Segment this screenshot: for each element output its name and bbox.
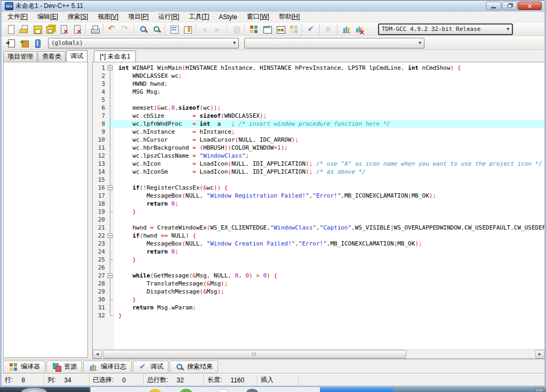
goto-line-button[interactable] [167,23,181,36]
code-line-5[interactable]: 5 [93,96,544,104]
print-button[interactable] [88,23,101,36]
editor-tab-unnamed1[interactable]: [*] 未命名1 [94,51,136,62]
taskbar-icon[interactable] [149,389,161,392]
replace-button[interactable] [150,23,163,36]
taskbar-icon[interactable] [180,389,192,392]
menu-project[interactable]: 项目[P] [123,11,154,22]
menu-help[interactable]: 帮助[H] [274,11,304,22]
compiler-select[interactable]: TDM-GCC 4.9.2 32-bit Release ▼ [378,23,513,35]
add-item-button[interactable] [17,37,30,50]
taskbar-item[interactable] [91,387,320,392]
menu-tools[interactable]: 工具[T] [184,11,214,22]
menu-file[interactable]: 文件[F] [3,11,33,22]
horizontal-scrollbar[interactable]: ◀ ▶ [93,349,544,358]
bottom-tab-compile-log[interactable]: 编译日志 [83,361,132,373]
code-line-16[interactable]: 16 if(!RegisterClassEx(&wc)) { [93,184,544,192]
taskbar-icon[interactable] [218,389,229,392]
compile-run-button[interactable] [274,23,287,36]
code-line-3[interactable]: 3 HWND hwnd; [93,80,544,88]
menu-view[interactable]: 视图[V] [93,11,123,22]
code-line-15[interactable]: 15 [93,176,544,184]
swap-pane-button[interactable] [181,23,194,36]
code-line-2[interactable]: 2 WNDCLASSEX wc; [93,72,544,80]
code-line-14[interactable]: 14 wc.hIconSm = LoadIcon(NULL, IDI_APPLI… [93,168,544,176]
taskbar-item-active[interactable] [320,387,393,392]
fold-collapse-icon[interactable] [108,273,113,278]
code-line-25[interactable]: 25 } [93,256,544,264]
undo-button[interactable] [106,23,119,36]
minimize-button[interactable] [486,2,501,10]
open-file-button[interactable] [17,23,30,36]
scroll-right-arrow[interactable]: ▶ [535,350,544,358]
bottom-tab-resource[interactable]: 资源 [46,361,82,373]
fold-gutter[interactable] [107,272,114,280]
run-button[interactable] [260,23,274,36]
compile-button[interactable] [247,23,260,36]
code-line-9[interactable]: 9 wc.hInstance = hInstance; [93,128,544,136]
scrollbar-track[interactable] [102,350,535,358]
scroll-left-arrow[interactable]: ◀ [93,350,102,358]
menu-search[interactable]: 搜索[S] [63,11,93,22]
scrollbar-thumb[interactable] [103,350,406,358]
code-line-32[interactable]: 32} [93,312,544,320]
code-line-22[interactable]: 22 if(hwnd == NULL) { [93,232,544,240]
code-line-23[interactable]: 23 MessageBox(NULL, "Window Creation Fai… [93,240,544,248]
code-line-17[interactable]: 17 MessageBox(NULL, "Window Registration… [93,192,544,200]
left-tab-classes[interactable]: 查看类 [38,51,66,62]
code-line-18[interactable]: 18 return 0; [93,200,544,208]
delete-profiling-button[interactable] [353,23,366,36]
fold-gutter[interactable] [107,184,114,192]
bottom-tab-compiler[interactable]: 编译器 [3,361,45,373]
close-button[interactable]: × [518,2,542,10]
fold-collapse-icon[interactable] [108,185,113,190]
code-line-30[interactable]: 30 } [93,296,544,304]
fold-gutter[interactable] [107,232,114,240]
code-line-27[interactable]: 27 while(GetMessage(&Msg, NULL, 0, 0) > … [93,272,544,280]
restore-button[interactable] [502,2,517,10]
code-line-31[interactable]: 31 return Msg.wParam; [93,304,544,312]
code-line-13[interactable]: 13 wc.hIcon = LoadIcon(NULL, IDI_APPLICA… [93,160,544,168]
close-file-button[interactable] [57,23,70,36]
new-file-button[interactable] [4,23,17,36]
left-tab-project[interactable]: 项目管理 [3,51,37,62]
save-button[interactable] [30,23,44,36]
menu-run[interactable]: 运行[R] [154,11,184,22]
code-line-1[interactable]: 1int WINAPI WinMain(HINSTANCE hInstance,… [93,64,544,72]
code-line-29[interactable]: 29 DispatchMessage(&Msg); [93,288,544,296]
save-all-button[interactable] [44,23,57,36]
bottom-tab-debug[interactable]: 调试 [133,361,168,373]
fold-gutter[interactable] [107,64,114,72]
globals-select[interactable]: (globals) ▼ [48,38,239,48]
blue-pane-button[interactable] [30,37,44,50]
window-back-button[interactable] [4,37,17,50]
left-tab-debug[interactable]: 调试 [66,50,87,62]
taskbar-icon[interactable] [246,389,258,392]
code-line-21[interactable]: 21 hwnd = CreateWindowEx(WS_EX_CLIENTEDG… [93,224,544,232]
fold-collapse-icon[interactable] [108,233,113,238]
code-line-10[interactable]: 10 wc.hCursor = LoadCursor(NULL, IDC_ARR… [93,136,544,144]
code-line-24[interactable]: 24 return 0; [93,248,544,256]
syntax-check-button[interactable] [304,23,318,36]
code-editor[interactable]: 1int WINAPI WinMain(HINSTANCE hInstance,… [92,62,544,359]
code-line-26[interactable]: 26 [93,264,544,272]
profile-button[interactable] [340,23,353,36]
show-desktop-button[interactable] [535,388,544,392]
find-button[interactable] [136,23,150,36]
code-line-7[interactable]: 7 wc.cbSize = sizeof(WNDCLASSEX); [93,112,544,120]
close-all-button[interactable] [70,23,84,36]
rebuild-button[interactable] [287,23,300,36]
menu-astyle[interactable]: AStyle [214,12,242,22]
code-line-4[interactable]: 4 MSG Msg; [93,88,544,96]
code-line-28[interactable]: 28 TranslateMessage(&Msg); [93,280,544,288]
bottom-tab-search-results[interactable]: 搜索结果 [170,361,218,373]
fold-collapse-icon[interactable] [108,66,113,70]
code-line-8[interactable]: 8 wc.lpfnWndProc = int a ; /* insert win… [93,120,544,128]
code-line-11[interactable]: 11 wc.hbrBackground = (HBRUSH)(COLOR_WIN… [93,144,544,152]
code-line-19[interactable]: 19 } [93,208,544,216]
code-line-12[interactable]: 12 wc.lpszClassName = "WindowClass"; [93,152,544,160]
members-select[interactable]: ▼ [244,38,424,48]
code-line-20[interactable]: 20 [93,216,544,224]
menu-edit[interactable]: 编辑[E] [33,11,63,22]
code-line-6[interactable]: 6 memset(&wc,0,sizeof(wc)); [93,104,544,112]
menu-window[interactable]: 窗口[W] [242,11,274,22]
